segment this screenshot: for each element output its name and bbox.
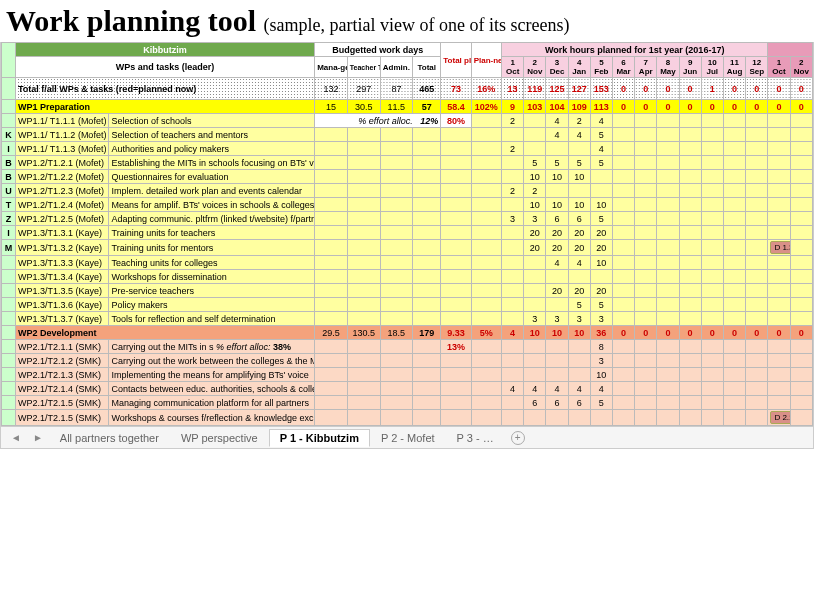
table-row[interactable]: M WP1.3/T1.3.2 (Kaye) Training units for… xyxy=(2,240,813,256)
month-cell[interactable] xyxy=(723,354,745,368)
month-cell[interactable] xyxy=(657,156,679,170)
month-cell[interactable]: 4 xyxy=(568,256,590,270)
month-cell[interactable] xyxy=(502,170,524,184)
month-cell[interactable] xyxy=(546,354,568,368)
month-cell[interactable]: 10 xyxy=(546,170,568,184)
month-cell[interactable]: 10 xyxy=(546,198,568,212)
month-cell[interactable] xyxy=(746,368,768,382)
table-row[interactable]: WP2.1/T2.1.1 (SMK) Carrying out the MITs… xyxy=(2,340,813,354)
month-cell[interactable] xyxy=(723,382,745,396)
month-cell[interactable] xyxy=(723,368,745,382)
table-row[interactable]: U WP1.2/T1.2.3 (Mofet) Implem. detailed … xyxy=(2,184,813,198)
sheet-tab[interactable]: P 2 - Mofet xyxy=(370,429,446,447)
month-cell[interactable]: 6 xyxy=(568,212,590,226)
month-cell[interactable] xyxy=(612,170,634,184)
month-cell[interactable]: 20 xyxy=(568,240,590,256)
month-cell[interactable] xyxy=(590,184,612,198)
month-cell[interactable] xyxy=(657,170,679,184)
month-cell[interactable] xyxy=(746,410,768,426)
month-cell[interactable] xyxy=(524,256,546,270)
month-cell[interactable] xyxy=(723,198,745,212)
month-cell[interactable] xyxy=(701,284,723,298)
month-cell[interactable]: 4 xyxy=(546,114,568,128)
month-cell[interactable] xyxy=(657,226,679,240)
month-cell[interactable] xyxy=(746,240,768,256)
table-row[interactable]: I WP1.1/ T1.1.3 (Mofet) Authorities and … xyxy=(2,142,813,156)
month-cell[interactable]: 10 xyxy=(590,198,612,212)
month-cell[interactable]: 10 xyxy=(568,198,590,212)
month-cell[interactable]: 5 xyxy=(568,156,590,170)
month-cell[interactable] xyxy=(612,240,634,256)
month-cell[interactable]: 20 xyxy=(546,240,568,256)
month-cell[interactable] xyxy=(679,198,701,212)
month-cell[interactable] xyxy=(657,410,679,426)
month-cell[interactable]: 20 xyxy=(590,284,612,298)
month-cell[interactable] xyxy=(635,212,657,226)
table-row[interactable]: K WP1.1/ T1.1.2 (Mofet) Selection of tea… xyxy=(2,128,813,142)
month-cell[interactable] xyxy=(701,128,723,142)
month-cell[interactable] xyxy=(746,226,768,240)
month-cell[interactable] xyxy=(635,240,657,256)
month-cell[interactable]: 5 xyxy=(524,156,546,170)
month-cell[interactable] xyxy=(679,340,701,354)
new-tab-button[interactable]: + xyxy=(511,431,525,445)
month-cell[interactable] xyxy=(679,382,701,396)
month-cell[interactable] xyxy=(502,410,524,426)
month-cell[interactable] xyxy=(590,270,612,284)
table-row[interactable]: Z WP1.2/T1.2.5 (Mofet) Adapting communic… xyxy=(2,212,813,226)
tab-prev-icon[interactable]: ◄ xyxy=(5,432,27,443)
month-cell[interactable]: 4 xyxy=(546,382,568,396)
month-cell[interactable] xyxy=(679,128,701,142)
month-cell[interactable]: 2 xyxy=(502,142,524,156)
month-cell[interactable] xyxy=(679,396,701,410)
month-cell[interactable] xyxy=(679,156,701,170)
month-cell[interactable] xyxy=(590,410,612,426)
table-row[interactable]: WP1.1/ T1.1.1 (Mofet) Selection of schoo… xyxy=(2,114,813,128)
month-cell[interactable] xyxy=(590,170,612,184)
month-cell[interactable] xyxy=(502,340,524,354)
month-cell[interactable] xyxy=(723,184,745,198)
month-cell[interactable]: 10 xyxy=(568,170,590,184)
month-cell[interactable] xyxy=(657,396,679,410)
month-cell[interactable] xyxy=(746,212,768,226)
month-cell[interactable] xyxy=(657,340,679,354)
sheet-tab[interactable]: P 3 - … xyxy=(446,429,505,447)
month-cell[interactable] xyxy=(746,270,768,284)
month-cell[interactable] xyxy=(546,368,568,382)
month-cell[interactable]: 6 xyxy=(546,212,568,226)
month-cell[interactable] xyxy=(546,410,568,426)
month-cell[interactable] xyxy=(657,368,679,382)
month-cell[interactable] xyxy=(746,170,768,184)
month-cell[interactable] xyxy=(701,114,723,128)
month-cell[interactable] xyxy=(612,198,634,212)
month-cell[interactable] xyxy=(723,256,745,270)
month-cell[interactable] xyxy=(635,156,657,170)
month-cell[interactable]: 20 xyxy=(524,226,546,240)
month-cell[interactable]: 4 xyxy=(590,382,612,396)
month-cell[interactable]: 20 xyxy=(590,226,612,240)
month-cell[interactable] xyxy=(568,410,590,426)
table-row[interactable]: WP1.3/T1.3.3 (Kaye) Teaching units for c… xyxy=(2,256,813,270)
month-cell[interactable] xyxy=(635,410,657,426)
month-cell[interactable] xyxy=(657,354,679,368)
month-cell[interactable] xyxy=(701,298,723,312)
month-cell[interactable]: 6 xyxy=(546,396,568,410)
month-cell[interactable] xyxy=(723,312,745,326)
month-cell[interactable]: 3 xyxy=(590,312,612,326)
month-cell[interactable] xyxy=(524,368,546,382)
month-cell[interactable] xyxy=(502,312,524,326)
month-cell[interactable] xyxy=(679,410,701,426)
month-cell[interactable] xyxy=(502,284,524,298)
month-cell[interactable] xyxy=(701,382,723,396)
month-cell[interactable] xyxy=(701,270,723,284)
table-row[interactable]: WP1.3/T1.3.6 (Kaye) Policy makers55 xyxy=(2,298,813,312)
month-cell[interactable] xyxy=(568,354,590,368)
month-cell[interactable] xyxy=(524,340,546,354)
month-cell[interactable] xyxy=(524,354,546,368)
month-cell[interactable] xyxy=(746,114,768,128)
month-cell[interactable] xyxy=(746,312,768,326)
month-cell[interactable] xyxy=(546,142,568,156)
month-cell[interactable] xyxy=(701,340,723,354)
month-cell[interactable] xyxy=(701,354,723,368)
month-cell[interactable] xyxy=(657,256,679,270)
